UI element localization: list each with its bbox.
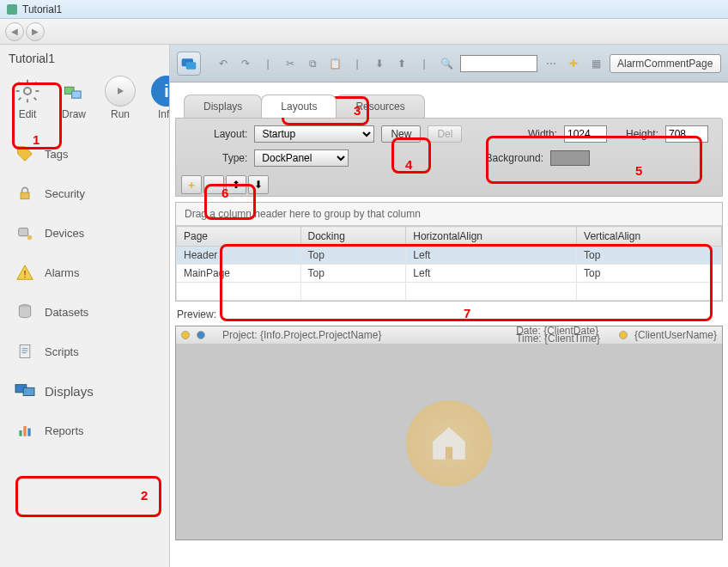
new-button[interactable]: New	[381, 125, 421, 143]
sidebar-item-label: Displays	[45, 384, 94, 399]
mode-info-label: Info	[158, 108, 170, 120]
mode-draw[interactable]: Draw	[58, 76, 89, 120]
width-input[interactable]	[564, 125, 607, 143]
svg-point-0	[24, 88, 31, 94]
redo-icon[interactable]: ↷	[237, 55, 254, 72]
cell-page: MainPage	[177, 265, 301, 283]
svg-rect-8	[20, 345, 30, 358]
app-icon	[7, 4, 17, 15]
draw-icon	[58, 76, 89, 107]
col-valign[interactable]: VerticalAlign	[577, 227, 722, 247]
preview-header: Project: {Info.Project.ProjectName} Date…	[176, 326, 722, 344]
sidebar-item-security[interactable]: Security	[7, 174, 162, 213]
svg-rect-4	[19, 229, 28, 236]
table-row[interactable]: MainPage Top Left Top	[177, 265, 722, 283]
sidebar-item-label: Alarms	[45, 266, 79, 279]
sidebar-item-reports[interactable]: Reports	[7, 411, 162, 450]
type-label: Type:	[222, 152, 247, 164]
col-halign[interactable]: HorizontalAlign	[406, 227, 577, 247]
svg-rect-16	[27, 429, 30, 436]
forward-button[interactable]: ▶	[26, 22, 45, 41]
tab-displays[interactable]: Displays	[184, 94, 262, 118]
mode-run[interactable]: Run	[105, 76, 136, 120]
device-icon	[14, 222, 36, 244]
cell-halign: Left	[406, 247, 577, 265]
sidebar-item-devices[interactable]: Devices	[7, 213, 162, 253]
cell-valign: Top	[577, 265, 722, 283]
layouts-panel: Layout: Startup New Del Width: Height: T…	[175, 118, 723, 197]
mode-run-label: Run	[111, 108, 130, 120]
remove-row-button[interactable]: －	[203, 175, 224, 194]
circle-icon	[197, 331, 205, 339]
move-up-button[interactable]: ⬆	[226, 175, 246, 194]
circle-icon	[181, 331, 190, 339]
sidebar-item-label: Datasets	[45, 306, 88, 319]
sidebar-item-scripts[interactable]: Scripts	[7, 332, 162, 371]
del-button[interactable]: Del	[428, 125, 462, 143]
cell-docking: Top	[300, 265, 406, 283]
width-label: Width:	[528, 128, 557, 140]
type-select[interactable]: DockPanel	[254, 149, 349, 167]
cell-page: Header	[177, 247, 301, 265]
sidebar-item-label: Security	[45, 187, 85, 200]
sidebar-item-label: Devices	[45, 227, 84, 240]
export-icon[interactable]: ⬆	[393, 55, 410, 72]
col-docking[interactable]: Docking	[300, 227, 406, 247]
paste-icon[interactable]: 📋	[326, 55, 343, 72]
warning-icon: !	[14, 261, 36, 284]
mode-bar: Edit Draw Run i Info	[0, 72, 169, 129]
options-icon[interactable]: ⋯	[543, 55, 560, 72]
sidebar-item-alarms[interactable]: !Alarms	[7, 253, 162, 292]
search-input[interactable]	[460, 55, 537, 72]
cell-valign: Top	[577, 247, 722, 265]
info-icon: i	[151, 76, 170, 107]
chart-icon	[14, 419, 36, 442]
preview-project: Project: {Info.Project.ProjectName}	[222, 329, 381, 341]
preview-pane: Project: {Info.Project.ProjectName} Date…	[175, 326, 723, 540]
import-icon[interactable]: ⬇	[371, 55, 388, 72]
cut-icon[interactable]: ✂	[282, 55, 299, 72]
alarm-button-label: AlarmCommentPage	[617, 58, 713, 70]
height-input[interactable]	[665, 125, 708, 143]
tab-bar: Displays Layouts Resources	[184, 94, 728, 118]
alarm-comment-button[interactable]: AlarmCommentPage	[610, 54, 721, 73]
col-page[interactable]: Page	[177, 227, 301, 247]
background-swatch[interactable]	[550, 150, 590, 166]
table-row[interactable]: Header Top Left Top	[177, 247, 722, 265]
mode-info[interactable]: i Info	[151, 76, 170, 120]
tab-layouts[interactable]: Layouts	[261, 94, 337, 118]
svg-rect-19	[446, 448, 452, 460]
new-page-icon[interactable]: ✚	[565, 55, 582, 72]
svg-point-5	[27, 235, 33, 241]
script-icon	[14, 340, 36, 363]
preview-label: Preview:	[170, 305, 728, 324]
move-down-button[interactable]: ⬇	[248, 175, 269, 194]
tab-resources[interactable]: Resources	[336, 94, 424, 118]
mode-edit[interactable]: Edit	[12, 76, 43, 120]
sidebar-item-tags[interactable]: Tags	[7, 134, 162, 174]
project-title: Tutorial1	[0, 45, 169, 72]
add-row-button[interactable]: ＋	[181, 175, 202, 194]
undo-icon[interactable]: ↶	[215, 55, 232, 72]
group-hint: Drag a column header here to group by th…	[176, 203, 722, 226]
layout-select[interactable]: Startup	[254, 125, 374, 143]
app-logo-icon[interactable]	[177, 52, 201, 76]
table-row[interactable]	[177, 283, 722, 301]
back-button[interactable]: ◀	[5, 22, 24, 41]
svg-rect-15	[23, 426, 26, 436]
find-icon[interactable]: 🔍	[438, 55, 455, 72]
sidebar-item-label: Reports	[45, 424, 84, 437]
copy-icon[interactable]: ⧉	[304, 55, 321, 72]
sidebar-item-label: Scripts	[45, 345, 79, 358]
content-toolbar: ↶ ↷ | ✂ ⧉ 📋 | ⬇ ⬆ | 🔍 ⋯ ✚ ▦ AlarmComment…	[170, 45, 728, 82]
play-icon	[105, 76, 136, 107]
sidebar-item-datasets[interactable]: Datasets	[7, 292, 162, 332]
layout-icon[interactable]: ▦	[587, 55, 604, 72]
preview-time: Time: {ClientTime}	[516, 335, 600, 343]
home-icon	[406, 400, 492, 486]
gear-icon	[12, 76, 43, 107]
sidebar-item-displays[interactable]: Displays	[7, 371, 162, 411]
layout-grid: Drag a column header here to group by th…	[175, 202, 723, 302]
window-title: Tutorial1	[22, 3, 62, 15]
height-label: Height:	[626, 128, 658, 140]
